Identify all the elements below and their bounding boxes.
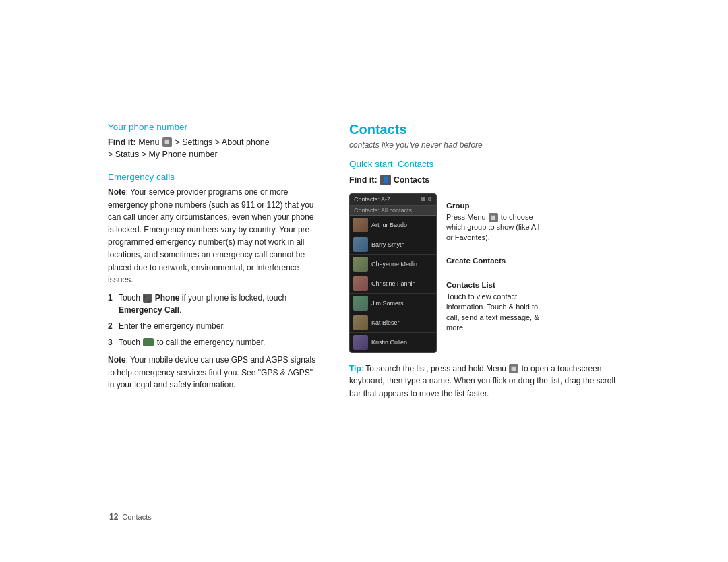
note-2: Note: Your mobile device can use GPS and…	[108, 354, 317, 392]
step-3-text: Touch to call the emergency number.	[119, 336, 317, 349]
avatar-4	[353, 276, 368, 291]
avatar-5	[353, 296, 368, 311]
tip-section: Tip: To search the list, press and hold …	[349, 363, 620, 400]
avatar-3	[353, 257, 368, 272]
menu-icon-group: ▦	[489, 213, 498, 222]
phone-header-icons: ▦ ⊗	[421, 196, 432, 202]
menu-text: Menu ▦	[138, 137, 175, 147]
contacts-list-text: Touch to view contact information. Touch…	[446, 292, 541, 334]
left-column: Your phone number Find it: Menu ▦ > Sett…	[108, 122, 317, 397]
quick-start-title: Quick start: Contacts	[349, 159, 620, 169]
group-title: Group	[446, 200, 541, 211]
contact-item-1: Arthur Baudo	[350, 216, 436, 235]
avatar-7	[353, 335, 368, 350]
note2-bold: Note	[108, 355, 126, 365]
page-label: Contacts	[122, 513, 151, 521]
step-num-2: 2	[108, 320, 115, 333]
contact-item-6: Kat Bleser	[350, 313, 436, 333]
contacts-list-title: Contacts List	[446, 280, 541, 290]
group-annotation: Group Press Menu ▦ to choose which group…	[446, 200, 541, 243]
contact-item-2: Barry Smyth	[350, 235, 436, 255]
phone-screen-inner: Arthur Baudo Barry Smyth Cheyenne Medin	[350, 216, 436, 352]
menu-icon-tip: ▦	[509, 364, 518, 373]
contact-name-3: Cheyenne Medin	[371, 261, 433, 268]
contacts-screenshot: Contacts: A-Z ▦ ⊗ Contacts: All contacts…	[349, 193, 620, 353]
contact-name-2: Barry Smyth	[371, 241, 433, 248]
create-contacts-annotation: Create Contacts	[446, 255, 541, 268]
group-text: Press Menu ▦ to choose which group to sh…	[446, 212, 541, 243]
settings-path: > Settings > About phone	[175, 137, 269, 147]
tip-label: Tip	[349, 364, 361, 373]
contact-item-5: Jim Somers	[350, 294, 436, 313]
content-area: Your phone number Find it: Menu ▦ > Sett…	[108, 122, 620, 400]
contact-name-6: Kat Bleser	[371, 319, 433, 326]
contact-item-7: Kristin Cullen	[350, 333, 436, 352]
contacts-tagline: contacts like you've never had before	[349, 140, 620, 150]
find-contacts-line: Find it: 👤 Contacts	[349, 175, 620, 185]
create-contacts-title: Create Contacts	[446, 255, 541, 266]
find-it-label-right: Find it:	[349, 175, 377, 185]
avatar-1	[353, 218, 368, 232]
phone-header: Contacts: A-Z ▦ ⊗	[350, 194, 436, 206]
tip-text: : To search the list, press and hold Men…	[349, 364, 615, 398]
avatar-2	[353, 237, 368, 252]
contacts-subtitle: Contacts: All contacts	[350, 206, 436, 216]
emergency-calls-section: Emergency calls Note: Your service provi…	[108, 172, 317, 392]
page-number: 12	[109, 512, 118, 522]
step-2-text: Enter the emergency number.	[119, 320, 317, 333]
page-footer: 12 Contacts	[109, 512, 152, 522]
phone-screen: Contacts: A-Z ▦ ⊗ Contacts: All contacts…	[349, 193, 437, 353]
contacts-title: Contacts	[349, 122, 620, 137]
menu-icon: ▦	[162, 137, 172, 147]
contact-item-3: Cheyenne Medin	[350, 255, 436, 274]
annotations: Group Press Menu ▦ to choose which group…	[446, 193, 541, 334]
contacts-list-annotation: Contacts List Touch to view contact info…	[446, 280, 541, 334]
status-path: > Status > My Phone number	[108, 150, 218, 159]
phone-header-text: Contacts: A-Z	[354, 196, 391, 203]
contact-name-4: Christine Fannin	[371, 280, 433, 287]
emergency-note: Note: Your service provider programs one…	[108, 186, 317, 286]
find-it-label: Find it:	[108, 137, 136, 147]
note-bold: Note	[108, 187, 126, 197]
step-num-3: 3	[108, 336, 115, 349]
contact-name-1: Arthur Baudo	[371, 222, 433, 228]
right-column: Contacts contacts like you've never had …	[349, 122, 620, 400]
contact-item-4: Christine Fannin	[350, 274, 436, 294]
step-1-text: Touch Phone if your phone is locked, tou…	[119, 292, 317, 317]
phone-icon	[143, 294, 152, 303]
person-icon: 👤	[380, 175, 391, 185]
avatar-6	[353, 315, 368, 330]
find-it-line: Find it: Menu ▦ > Settings > About phone…	[108, 136, 317, 162]
phone-number-section: Your phone number Find it: Menu ▦ > Sett…	[108, 122, 317, 162]
page: Your phone number Find it: Menu ▦ > Sett…	[0, 0, 728, 562]
phone-number-title: Your phone number	[108, 122, 317, 132]
contacts-label: Contacts	[394, 175, 429, 185]
green-phone-icon	[143, 338, 154, 346]
steps-list: 1 Touch Phone if your phone is locked, t…	[108, 292, 317, 348]
step-num-1: 1	[108, 292, 115, 305]
contact-name-7: Kristin Cullen	[371, 339, 433, 346]
step-1: 1 Touch Phone if your phone is locked, t…	[108, 292, 317, 317]
step-2: 2 Enter the emergency number.	[108, 320, 317, 333]
emergency-calls-title: Emergency calls	[108, 172, 317, 182]
step-3: 3 Touch to call the emergency number.	[108, 336, 317, 349]
contact-name-5: Jim Somers	[371, 300, 433, 307]
